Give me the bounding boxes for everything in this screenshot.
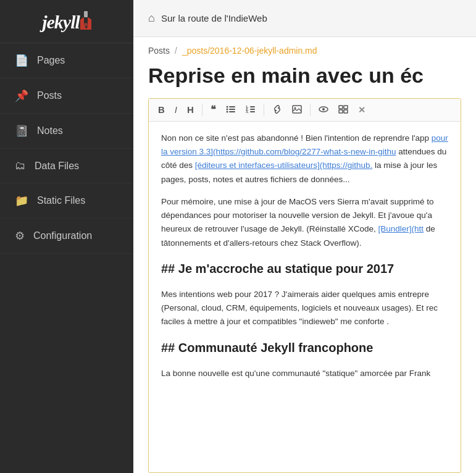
heading-button[interactable]: H — [183, 103, 198, 117]
sidebar-item-notes[interactable]: 📓 Notes — [0, 114, 133, 149]
editor-area: B I H ❝ 1. 2. — [148, 98, 461, 473]
image-button[interactable] — [288, 103, 306, 117]
data-files-icon: 🗂 — [15, 159, 26, 172]
svg-rect-20 — [339, 110, 343, 113]
static-files-icon: 📁 — [15, 194, 28, 207]
toolbar-separator-1 — [202, 104, 203, 116]
svg-rect-21 — [344, 110, 348, 113]
breadcrumb: Posts / _posts/2016-12-06-jekyll-admin.m… — [133, 37, 476, 56]
italic-button[interactable]: I — [170, 103, 182, 117]
svg-point-15 — [294, 107, 296, 109]
svg-point-4 — [226, 108, 228, 110]
sidebar-item-posts-label: Posts — [37, 90, 62, 101]
svg-rect-0 — [84, 11, 88, 17]
svg-rect-13 — [250, 111, 255, 112]
sidebar-item-data-files[interactable]: 🗂 Data Files — [0, 149, 133, 183]
bold-button[interactable]: B — [154, 103, 169, 117]
content-heading-1: ## Je m'accroche au statique pour 2017 — [161, 259, 448, 279]
posts-icon: 📌 — [15, 89, 28, 103]
svg-text:3.: 3. — [246, 110, 249, 114]
sidebar-item-static-files-label: Static Files — [37, 195, 85, 206]
svg-rect-14 — [293, 106, 301, 113]
sidebar-item-posts[interactable]: 📌 Posts — [0, 78, 133, 114]
expand-button[interactable] — [334, 103, 353, 117]
svg-rect-3 — [229, 106, 235, 107]
link-icon — [272, 105, 282, 114]
page-title: Reprise en main avec un éc — [133, 56, 476, 98]
link-version[interactable]: pour la version 3.3](https://github.com/… — [161, 133, 448, 156]
toolbar-separator-2 — [264, 104, 264, 116]
sidebar: jekyll 📄 Pages 📌 Posts 📓 Notes 🗂 Data Fi… — [0, 0, 133, 473]
sidebar-logo: jekyll — [0, 0, 133, 43]
breadcrumb-parent[interactable]: Posts — [148, 46, 170, 56]
home-icon: ⌂ — [148, 12, 155, 25]
preview-button[interactable] — [314, 103, 333, 117]
quote-button[interactable]: ❝ — [206, 103, 220, 117]
site-title: Sur la route de l'IndieWeb — [161, 13, 267, 23]
svg-rect-19 — [344, 106, 348, 109]
svg-rect-5 — [229, 109, 235, 110]
pages-icon: 📄 — [15, 54, 28, 67]
svg-rect-7 — [229, 111, 235, 112]
svg-rect-9 — [250, 106, 255, 107]
link-bundler[interactable]: [Bundler](htt — [378, 224, 424, 233]
image-icon — [292, 105, 302, 114]
sidebar-item-data-files-label: Data Files — [35, 161, 79, 172]
sidebar-item-configuration-label: Configuration — [33, 230, 92, 241]
main-content: ⌂ Sur la route de l'IndieWeb Posts / _po… — [133, 0, 476, 473]
close-button[interactable]: ✕ — [354, 103, 370, 117]
notes-icon: 📓 — [15, 124, 28, 138]
svg-point-2 — [226, 106, 228, 107]
breadcrumb-separator: / — [175, 46, 177, 56]
svg-point-17 — [322, 108, 325, 111]
content-paragraph-3: Mes intentions web pour 2017 ? J'aimerai… — [161, 288, 448, 329]
flask-icon — [80, 11, 91, 30]
header-bar: ⌂ Sur la route de l'IndieWeb — [133, 0, 476, 37]
content-paragraph-4: La bonne nouvelle est qu'une communauté … — [161, 367, 448, 380]
unordered-list-button[interactable] — [222, 103, 240, 117]
configuration-icon: ⚙ — [15, 229, 25, 243]
editor-toolbar: B I H ❝ 1. 2. — [149, 99, 461, 122]
breadcrumb-current: _posts/2016-12-06-jekyll-admin.md — [182, 46, 317, 56]
link-button[interactable] — [268, 103, 286, 117]
sidebar-item-static-files[interactable]: 📁 Static Files — [0, 183, 133, 219]
expand-icon — [338, 105, 348, 114]
ol-icon: 1. 2. 3. — [246, 105, 256, 114]
svg-point-6 — [226, 111, 228, 112]
svg-point-1 — [84, 23, 88, 27]
content-paragraph-2: Pour mémoire, une mise à jour de MacOS v… — [161, 195, 448, 250]
sidebar-item-pages-label: Pages — [37, 55, 65, 66]
svg-rect-18 — [339, 106, 343, 109]
ordered-list-button[interactable]: 1. 2. 3. — [241, 103, 260, 117]
sidebar-item-pages[interactable]: 📄 Pages — [0, 43, 133, 78]
editor-content[interactable]: Non non ce site n'est pas abandonné ! Bi… — [149, 122, 461, 468]
toolbar-separator-3 — [310, 104, 311, 116]
sidebar-item-notes-label: Notes — [37, 125, 63, 136]
sidebar-item-configuration[interactable]: ⚙ Configuration — [0, 219, 133, 254]
svg-rect-11 — [250, 109, 255, 110]
content-paragraph-1: Non non ce site n'est pas abandonné ! Bi… — [161, 132, 448, 186]
link-editors[interactable]: [éditeurs et interfaces-utilisateurs](ht… — [195, 161, 372, 170]
eye-icon — [319, 105, 328, 114]
ul-icon — [226, 105, 236, 114]
content-heading-2: ## Communauté Jekyll francophone — [161, 338, 448, 358]
